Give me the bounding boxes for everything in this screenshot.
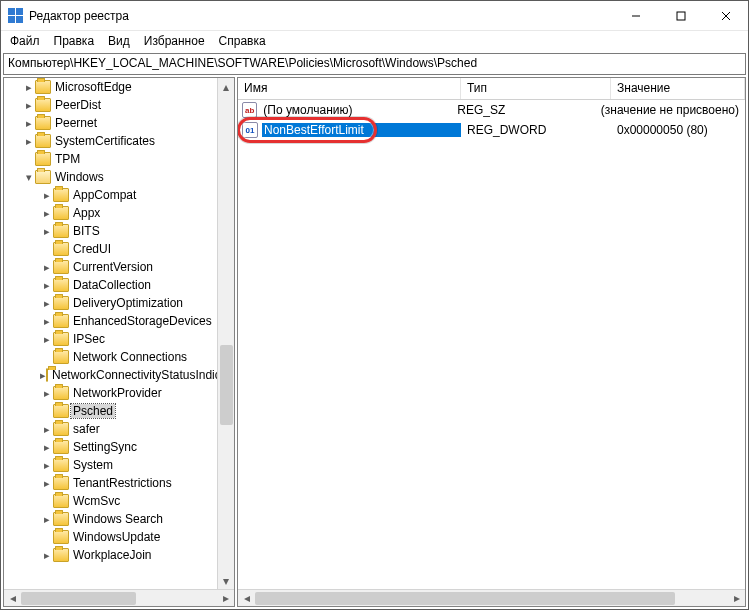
tree-item[interactable]: TPM bbox=[4, 150, 217, 168]
expander-closed-icon[interactable] bbox=[22, 99, 35, 112]
expander-closed-icon[interactable] bbox=[40, 459, 53, 472]
menubar: Файл Правка Вид Избранное Справка bbox=[1, 31, 748, 51]
tree-item[interactable]: BITS bbox=[4, 222, 217, 240]
folder-closed-icon bbox=[53, 422, 69, 436]
tree-item[interactable]: WcmSvc bbox=[4, 492, 217, 510]
value-row[interactable]: ab(По умолчанию)REG_SZ(значение не присв… bbox=[238, 100, 745, 120]
scroll-down-icon[interactable]: ▾ bbox=[218, 572, 234, 589]
value-data: 0x00000050 (80) bbox=[611, 123, 745, 137]
column-name[interactable]: Имя bbox=[238, 78, 461, 99]
folder-closed-icon bbox=[53, 350, 69, 364]
expander-closed-icon[interactable] bbox=[40, 207, 53, 220]
minimize-button[interactable] bbox=[613, 1, 658, 30]
window-title: Редактор реестра bbox=[29, 9, 613, 23]
expander-closed-icon[interactable] bbox=[40, 423, 53, 436]
menu-favorites[interactable]: Избранное bbox=[137, 33, 212, 49]
column-type[interactable]: Тип bbox=[461, 78, 611, 99]
tree-item-label: Windows Search bbox=[71, 512, 165, 526]
column-value[interactable]: Значение bbox=[611, 78, 745, 99]
expander-closed-icon[interactable] bbox=[40, 279, 53, 292]
tree-item[interactable]: PeerDist bbox=[4, 96, 217, 114]
folder-closed-icon bbox=[35, 98, 51, 112]
folder-closed-icon bbox=[53, 530, 69, 544]
folder-closed-icon bbox=[53, 512, 69, 526]
tree-item[interactable]: Psched bbox=[4, 402, 217, 420]
menu-view[interactable]: Вид bbox=[101, 33, 137, 49]
folder-closed-icon bbox=[53, 332, 69, 346]
scroll-up-icon[interactable]: ▴ bbox=[218, 78, 234, 95]
expander-closed-icon[interactable] bbox=[40, 387, 53, 400]
tree-item[interactable]: MicrosoftEdge bbox=[4, 78, 217, 96]
expander-closed-icon[interactable] bbox=[22, 117, 35, 130]
address-bar[interactable]: Компьютер\HKEY_LOCAL_MACHINE\SOFTWARE\Po… bbox=[3, 53, 746, 75]
tree-item[interactable]: SystemCertificates bbox=[4, 132, 217, 150]
tree-item[interactable]: TenantRestrictions bbox=[4, 474, 217, 492]
tree-item-label: Network Connections bbox=[71, 350, 189, 364]
expander-closed-icon[interactable] bbox=[40, 225, 53, 238]
expander-closed-icon[interactable] bbox=[40, 549, 53, 562]
scroll-left-icon[interactable]: ◂ bbox=[238, 590, 255, 607]
tree-item[interactable]: DeliveryOptimization bbox=[4, 294, 217, 312]
scroll-right-icon[interactable]: ▸ bbox=[217, 590, 234, 607]
expander-closed-icon[interactable] bbox=[40, 261, 53, 274]
tree-item[interactable]: AppCompat bbox=[4, 186, 217, 204]
folder-closed-icon bbox=[53, 188, 69, 202]
tree-item-label: IPSec bbox=[71, 332, 107, 346]
menu-edit[interactable]: Правка bbox=[47, 33, 102, 49]
tree-item[interactable]: safer bbox=[4, 420, 217, 438]
regedit-icon bbox=[7, 8, 23, 24]
tree-item[interactable]: WorkplaceJoin bbox=[4, 546, 217, 564]
tree-item-label: SettingSync bbox=[71, 440, 139, 454]
tree-item[interactable]: Appx bbox=[4, 204, 217, 222]
scroll-left-icon[interactable]: ◂ bbox=[4, 590, 21, 607]
tree-item-label: safer bbox=[71, 422, 102, 436]
scroll-right-icon[interactable]: ▸ bbox=[728, 590, 745, 607]
expander-closed-icon[interactable] bbox=[22, 81, 35, 94]
expander-closed-icon[interactable] bbox=[22, 135, 35, 148]
expander-closed-icon[interactable] bbox=[40, 297, 53, 310]
tree-item[interactable]: IPSec bbox=[4, 330, 217, 348]
tree-item[interactable]: Windows Search bbox=[4, 510, 217, 528]
tree-item-label: CurrentVersion bbox=[71, 260, 155, 274]
expander-closed-icon[interactable] bbox=[40, 189, 53, 202]
folder-closed-icon bbox=[53, 386, 69, 400]
value-row[interactable]: 01NonBestEffortLimitREG_DWORD0x00000050 … bbox=[238, 120, 745, 140]
tree-horizontal-scrollbar[interactable]: ◂ ▸ bbox=[4, 589, 234, 606]
tree-list[interactable]: MicrosoftEdgePeerDistPeernetSystemCertif… bbox=[4, 78, 217, 564]
folder-closed-icon bbox=[35, 116, 51, 130]
tree-item[interactable]: NetworkProvider bbox=[4, 384, 217, 402]
tree-item[interactable]: Peernet bbox=[4, 114, 217, 132]
tree-item[interactable]: WindowsUpdate bbox=[4, 528, 217, 546]
tree-vertical-scrollbar[interactable]: ▴ ▾ bbox=[217, 78, 234, 589]
expander-closed-icon[interactable] bbox=[40, 441, 53, 454]
tree-item[interactable]: CredUI bbox=[4, 240, 217, 258]
titlebar[interactable]: Редактор реестра bbox=[1, 1, 748, 31]
tree-item[interactable]: EnhancedStorageDevices bbox=[4, 312, 217, 330]
list-horizontal-scrollbar[interactable]: ◂ ▸ bbox=[238, 589, 745, 606]
expander-closed-icon[interactable] bbox=[40, 513, 53, 526]
expander-closed-icon[interactable] bbox=[40, 315, 53, 328]
expander-open-icon[interactable] bbox=[22, 171, 35, 184]
close-button[interactable] bbox=[703, 1, 748, 30]
expander-closed-icon[interactable] bbox=[40, 333, 53, 346]
tree-item-label: SystemCertificates bbox=[53, 134, 157, 148]
folder-closed-icon bbox=[53, 206, 69, 220]
values-list[interactable]: ab(По умолчанию)REG_SZ(значение не присв… bbox=[238, 100, 745, 140]
string-value-icon: ab bbox=[242, 102, 257, 118]
maximize-button[interactable] bbox=[658, 1, 703, 30]
tree-item[interactable]: System bbox=[4, 456, 217, 474]
menu-help[interactable]: Справка bbox=[212, 33, 273, 49]
tree-item[interactable]: Windows bbox=[4, 168, 217, 186]
dword-value-icon: 01 bbox=[242, 122, 258, 138]
tree-item[interactable]: DataCollection bbox=[4, 276, 217, 294]
tree-item-label: WindowsUpdate bbox=[71, 530, 162, 544]
folder-closed-icon bbox=[53, 440, 69, 454]
menu-file[interactable]: Файл bbox=[3, 33, 47, 49]
tree-item[interactable]: CurrentVersion bbox=[4, 258, 217, 276]
folder-closed-icon bbox=[35, 80, 51, 94]
tree-item[interactable]: Network Connections bbox=[4, 348, 217, 366]
tree-item-label: CredUI bbox=[71, 242, 113, 256]
tree-item[interactable]: NetworkConnectivityStatusIndicator bbox=[4, 366, 217, 384]
tree-item[interactable]: SettingSync bbox=[4, 438, 217, 456]
expander-closed-icon[interactable] bbox=[40, 477, 53, 490]
